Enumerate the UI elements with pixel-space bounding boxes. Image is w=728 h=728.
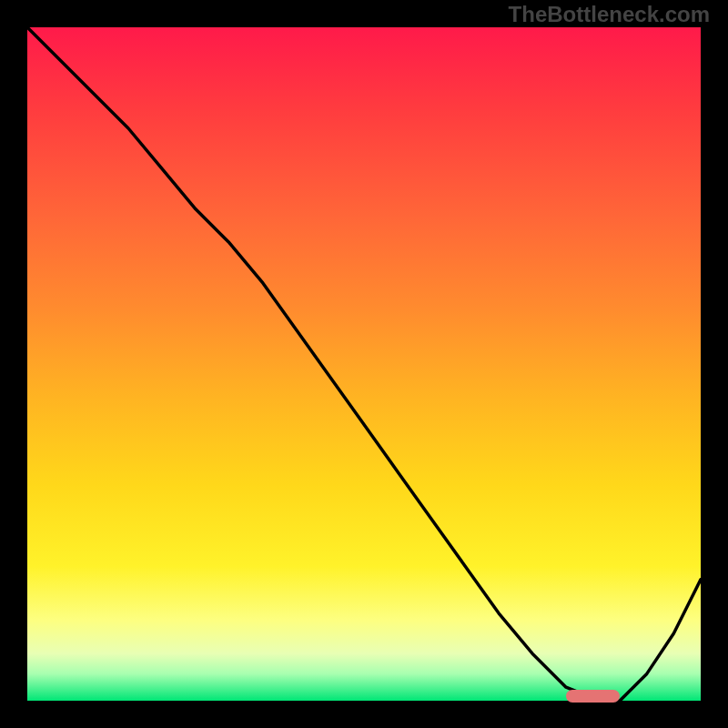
- watermark-text: TheBottleneck.com: [509, 2, 710, 27]
- optimal-range-marker: [566, 690, 620, 703]
- bottleneck-curve: [27, 27, 701, 701]
- plot-area: [27, 27, 701, 701]
- chart-container: TheBottleneck.com: [0, 0, 728, 728]
